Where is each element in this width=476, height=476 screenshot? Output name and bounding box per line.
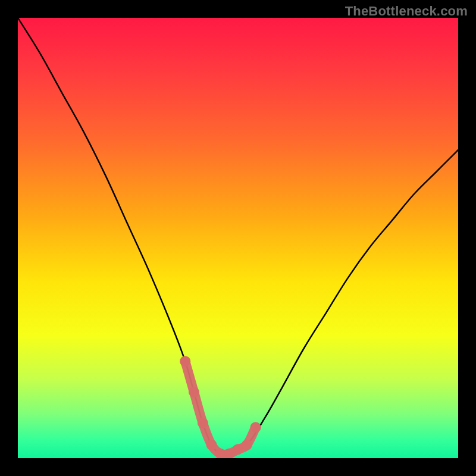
fit-curve [18,18,458,455]
optimal-point [242,440,252,450]
optimal-point [189,387,199,397]
watermark-text: TheBottleneck.com [345,4,468,19]
optimal-point [206,440,217,450]
curve-layer [18,18,458,458]
chart-frame: TheBottleneck.com [0,0,476,476]
optimal-point [198,418,208,428]
optimal-point [250,422,261,433]
plot-area [18,18,458,458]
optimal-point [180,356,190,367]
